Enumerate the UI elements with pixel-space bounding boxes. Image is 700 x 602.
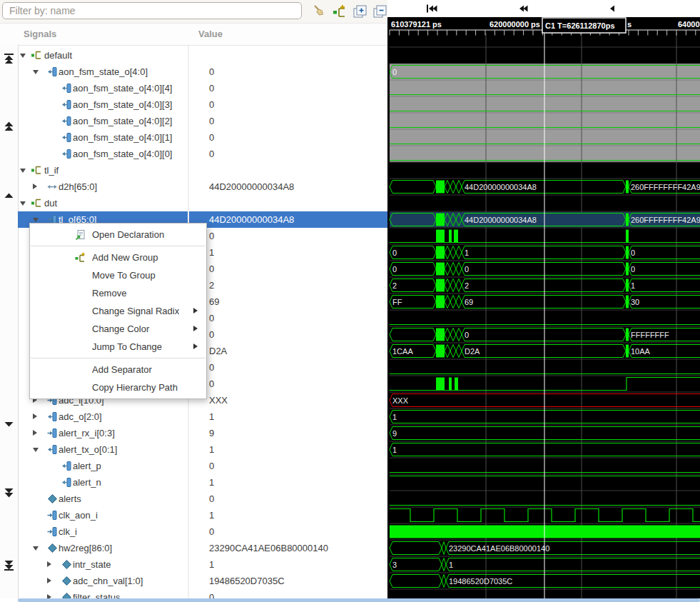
pulse bbox=[436, 230, 445, 243]
collapse-chevron-icon[interactable] bbox=[20, 54, 26, 58]
out-signal-icon bbox=[61, 83, 72, 94]
group-signal-icon bbox=[31, 50, 42, 61]
collapse-chevron-icon[interactable] bbox=[20, 201, 26, 206]
tree-row-aon_fsm_state_o[4:0][4][interactable]: aon_fsm_state_o[4:0][4]0 bbox=[18, 80, 387, 96]
expand-chevron-icon[interactable] bbox=[47, 578, 51, 583]
menu-item-add-new-group[interactable]: Add New Group bbox=[30, 249, 206, 266]
tree-row-default[interactable]: default bbox=[18, 47, 387, 64]
tree-row-hw2reg[86:0][interactable]: hw2reg[86:0]23290CA41AE06B80000140 bbox=[18, 540, 387, 556]
tree-row-clk_aon_i[interactable]: clk_aon_i1 bbox=[18, 507, 387, 523]
signal-value: 0 bbox=[209, 228, 214, 244]
menu-separator bbox=[31, 358, 206, 358]
signal-value: 0 bbox=[209, 359, 214, 376]
out-signal-icon bbox=[47, 444, 58, 455]
menu-item-label: Move To Group bbox=[92, 266, 156, 284]
bus-value-label: 1 bbox=[392, 413, 397, 421]
pulse bbox=[449, 378, 452, 391]
out-signal-icon bbox=[61, 132, 72, 143]
out-signal-icon bbox=[61, 461, 72, 471]
signal-value: 0 bbox=[209, 113, 214, 129]
signal-name: aon_fsm_state_o[4:0][4] bbox=[73, 80, 172, 96]
tree-row-dut[interactable]: dut bbox=[18, 195, 387, 211]
tree-row-aon_fsm_state_o[4:0][interactable]: aon_fsm_state_o[4:0]0 bbox=[18, 64, 387, 80]
bus-value-label: 0 bbox=[392, 265, 397, 274]
collapse-chevron-icon[interactable] bbox=[20, 169, 26, 173]
bus-value-label: D2A bbox=[465, 347, 480, 356]
menu-separator bbox=[31, 246, 206, 246]
tree-row-adc_chn_val[1:0][interactable]: adc_chn_val[1:0]19486520D7035C bbox=[18, 573, 387, 589]
signal-name: aon_fsm_state_o[4:0][1] bbox=[73, 129, 172, 146]
menu-item-change-signal-radix[interactable]: Change Signal Radix bbox=[30, 302, 206, 320]
signal-name: clk_i bbox=[59, 523, 77, 540]
bus-value-label: FFFFFFFF bbox=[631, 331, 669, 339]
tree-row-alert_tx_o[0:1][interactable]: alert_tx_o[0:1]1 bbox=[18, 441, 387, 458]
menu-item-jump-to-change[interactable]: Jump To Change bbox=[30, 338, 206, 356]
tree-row-aon_fsm_state_o[4:0][2][interactable]: aon_fsm_state_o[4:0][2]0 bbox=[18, 113, 387, 129]
busy-block bbox=[436, 246, 445, 259]
tree-row-alert_p[interactable]: alert_p0 bbox=[18, 458, 387, 474]
busy-block bbox=[436, 214, 445, 226]
menu-item-copy-hierarchy-path[interactable]: Copy Hierarchy Path bbox=[30, 378, 206, 396]
signal-name: adc_chn_val[1:0] bbox=[73, 573, 143, 589]
tree-row-clk_i[interactable]: clk_i0 bbox=[18, 523, 387, 540]
diamond-signal-icon bbox=[61, 576, 72, 586]
collapse-chevron-icon[interactable] bbox=[33, 70, 39, 74]
tree-row-aon_fsm_state_o[4:0][3][interactable]: aon_fsm_state_o[4:0][3]0 bbox=[18, 96, 387, 113]
signal-name: default bbox=[44, 47, 72, 64]
submenu-arrow-icon bbox=[193, 308, 198, 313]
signal-name: hw2reg[86:0] bbox=[59, 540, 112, 556]
signal-value: 1 bbox=[209, 408, 214, 425]
bus-value-label: FF bbox=[392, 298, 402, 306]
bus-value-label: 30 bbox=[631, 298, 639, 306]
signal-name: intr_state bbox=[73, 556, 111, 573]
menu-item-remove[interactable]: Remove bbox=[30, 284, 206, 302]
collapse-chevron-icon[interactable] bbox=[33, 218, 39, 222]
bus-value-label: 0 bbox=[465, 331, 469, 339]
bus-value-label: 0 bbox=[465, 265, 469, 274]
group-signal-icon bbox=[31, 165, 42, 176]
cursor-info-text: C1 T=626112870ps bbox=[545, 21, 615, 30]
tree-row-aon_fsm_state_o[4:0][1][interactable]: aon_fsm_state_o[4:0][1]0 bbox=[18, 129, 387, 146]
diamond-signal-icon bbox=[47, 493, 58, 504]
menu-item-change-color[interactable]: Change Color bbox=[30, 320, 206, 338]
waveform-pane[interactable]: 044D20000000034A8260FFFFFFFF42A944D20000… bbox=[387, 0, 700, 602]
expand-chevron-icon[interactable] bbox=[33, 413, 37, 419]
signal-pane: Signals Value default aon_fsm_state_o[4:… bbox=[0, 0, 387, 602]
out-signal-icon bbox=[61, 116, 72, 126]
busy-block bbox=[626, 181, 629, 194]
signal-name: aon_fsm_state_o[4:0] bbox=[59, 64, 148, 80]
bus-value-label: 260FFFFFFFF42A9 bbox=[631, 216, 700, 224]
busy-block bbox=[626, 263, 629, 276]
timeline-label: 610379121 ps bbox=[391, 20, 442, 29]
tree-row-alert_rx_i[0:3][interactable]: alert_rx_i[0:3]9 bbox=[18, 425, 387, 441]
tree-row-d2h[65:0][interactable]: d2h[65:0]44D20000000034A8 bbox=[18, 179, 387, 195]
pulse bbox=[626, 230, 629, 243]
tree-row-tl_if[interactable]: tl_if bbox=[18, 162, 387, 179]
tree-row-adc_o[2:0][interactable]: adc_o[2:0]1 bbox=[18, 408, 387, 425]
menu-item-add-separator[interactable]: Add Separator bbox=[30, 361, 206, 378]
menu-item-move-to-group[interactable]: Move To Group bbox=[30, 266, 206, 284]
tree-row-alert_n[interactable]: alert_n1 bbox=[18, 474, 387, 491]
submenu-arrow-icon bbox=[193, 326, 198, 331]
collapse-chevron-icon[interactable] bbox=[33, 546, 39, 551]
timeline-label: s bbox=[627, 20, 631, 29]
menu-item-open-declaration[interactable]: Open Declaration bbox=[30, 226, 206, 244]
tree-row-alerts[interactable]: alerts0 bbox=[18, 491, 387, 507]
busy-block bbox=[436, 279, 445, 292]
expand-chevron-icon[interactable] bbox=[33, 184, 37, 189]
tree-row-intr_state[interactable]: intr_state1 bbox=[18, 556, 387, 573]
signal-name: aon_fsm_state_o[4:0][0] bbox=[73, 146, 172, 162]
horizontal-scrollbar[interactable] bbox=[18, 598, 700, 602]
menu-item-label: Copy Hierarchy Path bbox=[92, 378, 178, 396]
collapse-chevron-icon[interactable] bbox=[33, 448, 39, 452]
timeline-label: 620000000 ps bbox=[490, 20, 540, 29]
out-signal-icon bbox=[61, 149, 72, 159]
signal-value: 44D20000000034A8 bbox=[209, 179, 294, 195]
tree-row-aon_fsm_state_o[4:0][0][interactable]: aon_fsm_state_o[4:0][0]0 bbox=[18, 146, 387, 162]
signal-value: 0 bbox=[209, 310, 214, 326]
signal-value: 0 bbox=[209, 261, 214, 277]
expand-chevron-icon[interactable] bbox=[47, 561, 51, 567]
expand-chevron-icon[interactable] bbox=[33, 430, 37, 436]
signal-value: 0 bbox=[209, 96, 214, 113]
timeline-label: 640000 bbox=[678, 20, 700, 29]
